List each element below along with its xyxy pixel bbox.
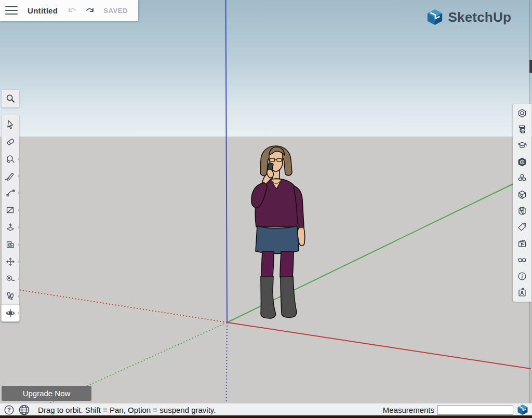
pencil-icon [5,170,16,182]
tool-walk[interactable]: › [2,287,19,304]
tool-pencil[interactable]: › [2,167,19,184]
flyout-arrow[interactable]: › [18,310,19,315]
styles-icon [516,156,528,168]
panel-instructor[interactable] [513,138,531,154]
panel-display[interactable] [513,252,531,268]
blue-axis-solid [226,0,228,322]
flyout-arrow[interactable]: › [18,156,19,161]
red-axis-solid [227,322,531,369]
flyout-arrow[interactable]: › [18,207,19,212]
scrollbar-mark [529,60,532,73]
window-bottom-edge [0,415,532,418]
paint-bucket-icon [5,153,16,165]
3d-warehouse-icon [516,287,528,298]
panel-materials[interactable] [513,186,531,203]
search-icon [5,93,16,104]
redo-icon[interactable] [85,6,95,15]
undo-icon[interactable] [67,6,77,15]
rectangle-icon [5,205,16,216]
upgrade-now-button[interactable]: Upgrade Now [2,386,91,401]
move-icon [5,256,16,267]
tool-orbit[interactable]: › [1,304,20,321]
panel-components[interactable] [513,170,531,186]
model-info-icon [516,271,528,282]
materials-icon [516,189,528,200]
search-button[interactable] [2,90,19,107]
display-icon [516,254,528,265]
walk-icon [5,290,16,302]
document-title: Untitled [28,6,58,15]
figure-left-boot [261,276,275,318]
figure-skirt [256,226,299,253]
hamburger-menu-icon[interactable] [5,6,18,15]
panel-palette [513,104,531,302]
panel-3d-warehouse[interactable] [513,284,531,300]
sketchup-logo-icon [426,8,444,26]
scenes-icon [516,238,528,249]
figure-right-hand [298,227,305,246]
tags-icon [516,221,528,233]
flyout-arrow[interactable]: › [18,259,19,264]
tool-rectangle[interactable]: › [2,201,19,219]
tool-eraser[interactable] [2,133,19,150]
brand-logo: SketchUp [426,8,511,26]
tool-paint[interactable]: › [2,150,19,167]
blue-axis-dotted [227,322,228,403]
tool-offset[interactable]: › [2,236,19,253]
figure-right-boot [281,276,297,317]
tape-measure-icon [5,273,16,285]
flyout-arrow[interactable]: › [18,173,19,178]
model-viewport[interactable] [0,0,532,403]
eraser-icon [5,136,16,147]
tool-arc[interactable]: › [2,184,19,201]
panel-soften-edges[interactable] [513,203,531,219]
upgrade-now-label: Upgrade Now [23,389,71,398]
outliner-icon [516,124,528,135]
sketchup-status-icon[interactable] [516,403,529,416]
push-pull-icon [5,222,16,233]
flyout-arrow[interactable]: › [18,224,19,230]
instructor-icon [516,140,528,151]
entity-info-icon [516,107,528,119]
tool-palette: › › › › › › [2,115,19,322]
panel-entity-info[interactable] [513,105,531,121]
components-icon [516,172,528,184]
panel-outliner[interactable] [513,121,531,137]
globe-icon[interactable] [18,404,30,416]
panel-tags[interactable] [513,219,531,235]
soften-edges-icon [516,205,528,217]
person-component[interactable] [248,144,311,323]
status-hint: Drag to orbit. Shift = Pan, Option = sus… [38,406,216,414]
panel-styles[interactable] [513,154,531,170]
tool-select[interactable] [2,116,19,133]
arc-icon [5,187,16,199]
flyout-arrow[interactable]: › [18,190,19,195]
panel-model-info[interactable] [513,268,531,284]
figure-left-leg [261,251,274,277]
help-icon[interactable]: ? [4,404,15,415]
measurements-input[interactable] [437,405,513,415]
flyout-arrow[interactable]: › [18,276,19,281]
tool-move[interactable]: › [2,253,19,270]
svg-text:?: ? [7,407,10,413]
flyout-arrow[interactable]: › [18,293,19,298]
flyout-arrow[interactable]: › [18,241,19,247]
tool-push-pull[interactable]: › [2,219,19,236]
figure-right-leg [280,251,294,277]
status-bar: ? Drag to orbit. Shift = Pan, Option = s… [0,403,532,416]
figure-watch [298,227,304,228]
brand-name: SketchUp [448,9,511,25]
orbit-icon [5,307,16,319]
select-arrow-icon [5,119,16,130]
offset-icon [5,239,16,250]
red-axis-dotted [18,290,227,322]
saved-badge: SAVED [103,7,128,15]
measurements-label: Measurements [383,406,434,414]
tool-tape-measure[interactable]: › [2,270,19,287]
panel-scenes[interactable] [513,235,531,251]
title-bar: Untitled SAVED [0,0,138,21]
